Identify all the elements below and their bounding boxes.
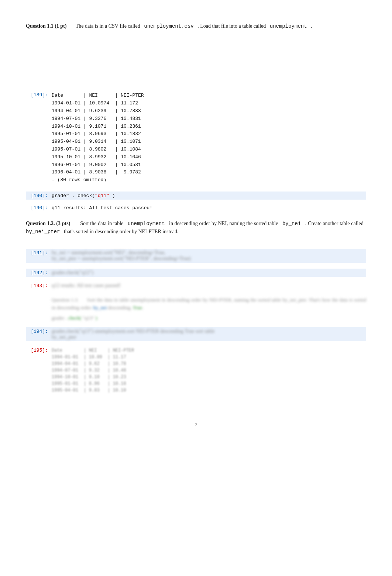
cell-193-line1: q12 results: All test cases passed! — [52, 283, 121, 288]
page-number: 2 — [26, 422, 366, 428]
cell-190a-label: [190]: — [31, 193, 48, 199]
page-container: Question 1.1 (1 pt) The data is in a CSV… — [0, 0, 392, 450]
question-1-1-text3: . — [311, 23, 312, 29]
cell-192-number: [192]: — [26, 270, 52, 276]
cell-194-line1: grader.check("q13") unemployment.sort NE… — [52, 328, 214, 334]
q12-tablename1: unemployment — [128, 221, 165, 227]
q12-text2: in descending order by NEI, naming the s… — [169, 221, 278, 226]
question-1-1-block: Question 1.1 (1 pt) The data is in a CSV… — [26, 22, 366, 30]
tablename-code: unemployment — [270, 23, 307, 29]
cell-191-row: [191]: by_nei = unemployment.sort("NEI",… — [26, 249, 366, 263]
cell-189-label: [189]: — [31, 92, 48, 98]
cell-195-row: [195]: Date | NEI | NEI-PTER 1994-01-01 … — [26, 347, 366, 394]
q12-tablename3: by_nei_pter — [26, 229, 60, 235]
cell-189-number: [189]: — [26, 92, 52, 98]
divider-top — [26, 85, 366, 85]
question-1-2-text: Question 1.2. (3 pts) Sort the data in t… — [26, 220, 366, 236]
cell-193-label: [193]: — [31, 283, 48, 289]
blurred-text-1: Question 1.3. Sort the data in table une… — [26, 296, 366, 322]
cell-190b-number: [190]: — [26, 205, 52, 211]
question-1-1-intro: The data is in a CSV file called — [76, 23, 140, 29]
spacer-1 — [26, 38, 366, 82]
blurred-para-2: grader . check( "q13" ) — [52, 314, 366, 322]
cell-190a-row: [190]: grader . check("q11" ) — [26, 192, 366, 200]
q12-text1: Sort the data in table — [80, 221, 123, 226]
cell-194-content: grader.check("q13") unemployment.sort NE… — [52, 328, 366, 340]
cell-195-label: [195]: — [31, 348, 48, 353]
cell-190b-row: [190]: q11 results: All test cases passe… — [26, 205, 366, 211]
cell-190b-content: q11 results: All test cases passed! — [52, 205, 366, 211]
q12-text3: . Create another table called — [305, 221, 364, 226]
question-1-1-label: Question 1.1 (1 pt) — [26, 23, 66, 29]
grader-obj: grader — [52, 193, 69, 199]
cell-191-number: [191]: — [26, 250, 52, 256]
blurred-para-1: Question 1.3. Sort the data in table une… — [52, 296, 366, 312]
cell-189-output: Date | NEI | NEI-PTER 1994-01-01 | 10.09… — [52, 92, 366, 184]
q12-tablename2: by_nei — [282, 221, 301, 227]
cell-190a-content: grader . check("q11" ) — [52, 193, 366, 199]
cell-194-label: [194]: — [31, 329, 48, 334]
cell-194-line2: by_nei_pter — [52, 334, 76, 340]
cell-189-row: [189]: Date | NEI | NEI-PTER 1994-01-01 … — [26, 92, 366, 184]
grader-arg: "q11" — [95, 193, 109, 199]
cell-191-line1: by_nei = unemployment.sort("NEI", descen… — [52, 250, 165, 255]
grader-check-code: grader . check("q11" ) — [52, 193, 115, 199]
cell-193-row: [193]: q12 results: All test cases passe… — [26, 283, 366, 289]
question-1-1-text: Question 1.1 (1 pt) The data is in a CSV… — [26, 22, 366, 30]
cell-191-label: [191]: — [31, 250, 48, 256]
cell-194-number: [194]: — [26, 328, 52, 334]
cell-189-content: Date | NEI | NEI-PTER 1994-01-01 | 10.09… — [52, 92, 366, 184]
question-1-1-text2: . Load that file into a table called — [197, 23, 266, 29]
grader-dot: . — [69, 193, 78, 199]
cell-195-number: [195]: — [26, 347, 52, 353]
cell-194-row: [194]: grader.check("q13") unemployment.… — [26, 327, 366, 341]
cell-192-row: [192]: grader.check("q12") — [26, 269, 366, 277]
question-1-2-block: Question 1.2. (3 pts) Sort the data in t… — [26, 220, 366, 236]
cell-195-output: Date | NEI | NEI-PTER 1994-01-01 | 10.09… — [52, 347, 366, 394]
cell-192-line1: grader.check("q12") — [52, 270, 93, 275]
cell-193-content: q12 results: All test cases passed! — [52, 283, 366, 289]
cell-195-content: Date | NEI | NEI-PTER 1994-01-01 | 10.09… — [52, 347, 366, 394]
grader-close: ) — [109, 193, 115, 199]
cell-190b-label: [190]: — [31, 205, 48, 211]
cell-192-label: [192]: — [31, 270, 48, 276]
cell-191-content: by_nei = unemployment.sort("NEI", descen… — [52, 250, 366, 262]
grader-method: check( — [78, 193, 95, 199]
cell-193-number: [193]: — [26, 283, 52, 289]
cell-191-line2: by_nei_pter = unemployment.sort("NEI-PTE… — [52, 256, 191, 261]
question-1-2-label: Question 1.2. (3 pts) — [26, 221, 70, 226]
cell-190a-number: [190]: — [26, 193, 52, 199]
cell-190b-output: q11 results: All test cases passed! — [52, 205, 152, 211]
cell-192-content: grader.check("q12") — [52, 270, 366, 276]
q12-text4: that's sorted in descending order by NEI… — [64, 229, 178, 234]
filename-code: unemployment.csv — [144, 23, 193, 29]
